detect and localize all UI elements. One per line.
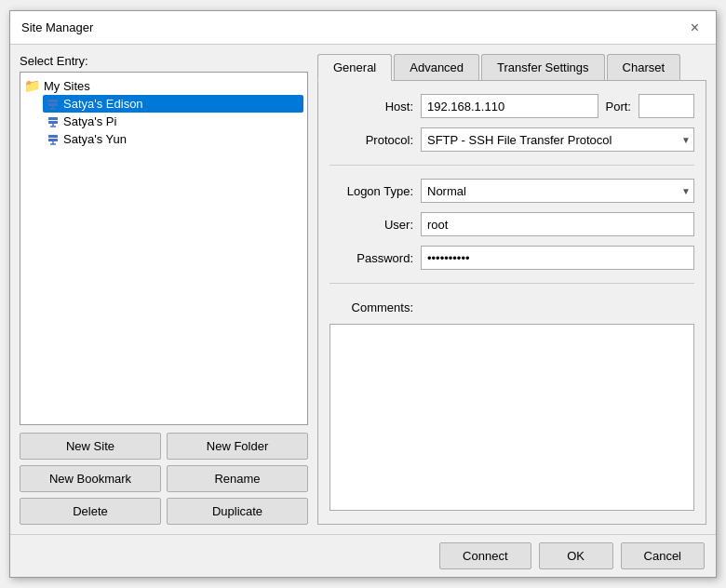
tabs: General Advanced Transfer Settings Chars… [317, 54, 706, 81]
tree-view: 📁 My Sites Satya's Edison [20, 72, 308, 425]
logon-type-row: Logon Type: Normal Anonymous Ask for pas… [329, 179, 694, 203]
svg-rect-4 [48, 117, 58, 120]
select-entry-label: Select Entry: [20, 54, 308, 68]
host-row: Host: Port: [329, 94, 694, 118]
rename-button[interactable]: Rename [167, 465, 308, 492]
connect-button[interactable]: Connect [439, 542, 531, 569]
tree-item-pi[interactable]: Satya's Pi [43, 113, 303, 130]
user-input[interactable] [421, 212, 694, 236]
logon-type-select[interactable]: Normal Anonymous Ask for password Key fi… [421, 179, 694, 203]
protocol-select-wrap: SFTP - SSH File Transfer Protocol FTP - … [421, 127, 694, 152]
password-label: Password: [329, 251, 413, 265]
tree-root-label: My Sites [44, 79, 90, 93]
right-panel: General Advanced Transfer Settings Chars… [317, 54, 706, 525]
left-buttons: New Site New Folder New Bookmark Rename … [20, 433, 308, 525]
logon-type-label: Logon Type: [329, 184, 413, 198]
ok-button[interactable]: OK [539, 542, 613, 569]
tree-item-label-pi: Satya's Pi [63, 114, 116, 128]
user-label: User: [329, 218, 413, 232]
comments-label: Comments: [329, 301, 413, 314]
separator-2 [329, 283, 694, 284]
left-panel: Select Entry: 📁 My Sites [20, 54, 308, 525]
new-site-button[interactable]: New Site [20, 433, 161, 460]
svg-rect-5 [48, 121, 58, 124]
close-button[interactable]: × [685, 18, 705, 38]
svg-rect-0 [48, 100, 58, 102]
password-input[interactable] [421, 246, 694, 270]
tab-general[interactable]: General [317, 54, 392, 81]
host-label: Host: [329, 100, 413, 114]
tree-item-edison[interactable]: Satya's Edison [43, 95, 303, 113]
separator-1 [329, 165, 694, 166]
tab-advanced[interactable]: Advanced [394, 54, 479, 80]
dialog-footer: Connect OK Cancel [10, 534, 716, 577]
folder-icon: 📁 [24, 78, 40, 93]
protocol-row: Protocol: SFTP - SSH File Transfer Proto… [329, 127, 694, 152]
svg-rect-9 [48, 139, 58, 141]
new-bookmark-button[interactable]: New Bookmark [20, 465, 161, 492]
tab-content-general: Host: Port: Protocol: SFTP - SSH File Tr… [317, 81, 706, 525]
dialog-title: Site Manager [21, 20, 93, 34]
user-row: User: [329, 212, 694, 236]
comments-area-wrap [329, 324, 694, 511]
tree-item-yun[interactable]: Satya's Yun [43, 130, 303, 148]
title-bar: Site Manager × [10, 11, 716, 45]
password-row: Password: [329, 246, 694, 270]
logon-type-select-wrap: Normal Anonymous Ask for password Key fi… [421, 179, 694, 203]
new-folder-button[interactable]: New Folder [167, 433, 308, 460]
port-input[interactable] [639, 94, 694, 118]
delete-button[interactable]: Delete [20, 498, 161, 525]
port-label: Port: [606, 100, 631, 114]
dialog-body: Select Entry: 📁 My Sites [10, 45, 716, 534]
comments-textarea[interactable] [329, 324, 694, 511]
server-icon-pi [47, 115, 60, 128]
tab-charset[interactable]: Charset [607, 54, 681, 80]
protocol-select[interactable]: SFTP - SSH File Transfer Protocol FTP - … [421, 127, 694, 152]
cancel-button[interactable]: Cancel [621, 542, 705, 569]
host-input[interactable] [421, 94, 598, 118]
svg-rect-8 [48, 135, 58, 138]
tree-root[interactable]: 📁 My Sites [24, 76, 303, 95]
comments-label-row: Comments: [329, 297, 694, 314]
protocol-label: Protocol: [329, 133, 413, 147]
svg-rect-1 [48, 103, 58, 106]
tree-item-label-edison: Satya's Edison [63, 97, 143, 111]
tab-transfer-settings[interactable]: Transfer Settings [481, 54, 605, 80]
tree-item-label-yun: Satya's Yun [63, 132, 127, 146]
site-manager-dialog: Site Manager × Select Entry: 📁 My Sites [9, 10, 717, 578]
server-icon-edison [47, 98, 60, 111]
server-icon-yun [47, 133, 60, 146]
duplicate-button[interactable]: Duplicate [167, 498, 308, 525]
